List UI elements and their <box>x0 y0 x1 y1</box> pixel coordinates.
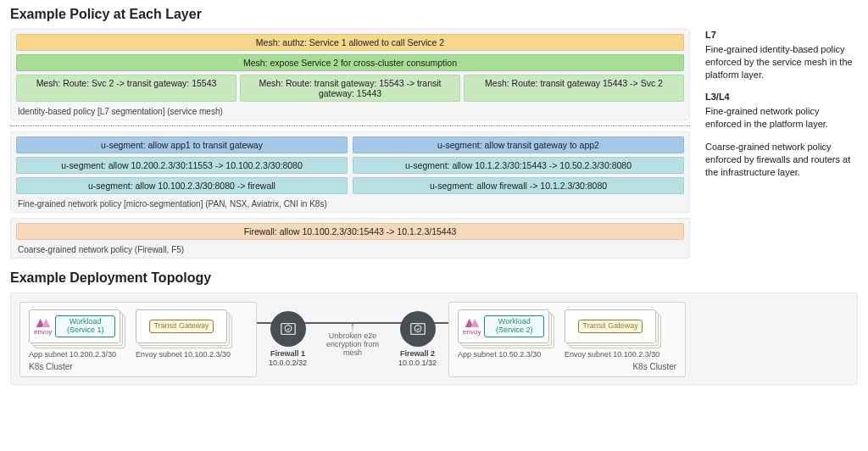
encryption-note: ↑ Unbroken e2e encryption from mesh <box>319 322 387 357</box>
cluster-right-label: K8s Cluster <box>458 362 676 371</box>
policy-mesh-routes: Mesh: Route: Svc 2 -> transit gateway: 1… <box>16 75 684 105</box>
topology-panel: envoy Workload (Service 1) App subnet 10… <box>10 292 858 385</box>
panel-firewall: Firewall: allow 10.100.2.3/30:15443 -> 1… <box>10 218 690 259</box>
firewall-icon <box>400 311 436 347</box>
side-l34-title: L3/L4 <box>705 91 858 103</box>
panel-mesh-caption: Identity-based policy [L7 segmentation] … <box>16 105 684 116</box>
divider-l7-l34 <box>10 125 690 126</box>
heading-policy: Example Policy at Each Layer <box>10 7 858 22</box>
sidebar: L7 Fine-grained identity-based policy en… <box>705 29 858 259</box>
workload-2-label: Workload (Service 2) <box>484 315 544 337</box>
cluster-left-label: K8s Cluster <box>29 362 248 371</box>
panel-useg: u-segment: allow app1 to transit gateway… <box>10 131 690 213</box>
card-transit-gateway-2: Transit Gateway <box>565 309 663 348</box>
firewall-2-name: Firewall 2 <box>400 349 435 359</box>
policy-mesh-route3: Mesh: Route: transit gateway 15443 -> Sv… <box>464 75 684 102</box>
svg-marker-1 <box>42 319 50 327</box>
panel-mesh: Mesh: authz: Service 1 allowed to call S… <box>10 29 690 120</box>
policy-useg-1a: u-segment: allow app1 to transit gateway <box>16 136 348 153</box>
arrow-up-icon: ↑ <box>350 322 356 331</box>
transit-gateway-1-label: Transit Gateway <box>149 320 213 333</box>
firewall-1-name: Firewall 1 <box>270 349 305 359</box>
side-l7-body: Fine-grained identity-based policy enfor… <box>705 43 858 81</box>
cluster-right: envoy Workload (Service 2) App subnet 10… <box>448 302 686 377</box>
policy-firewall-rule: Firewall: allow 10.100.2.3/30:15443 -> 1… <box>16 223 684 240</box>
card-workload-1: envoy Workload (Service 1) <box>29 309 127 348</box>
policy-mesh-route2: Mesh: Route: transit gateway: 15543 -> t… <box>240 75 460 102</box>
app-subnet-1: App subnet 10.200.2.3/30 <box>29 350 127 359</box>
cluster-left: envoy Workload (Service 1) App subnet 10… <box>19 302 257 377</box>
side-coarse-body: Coarse-grained network policy enforced b… <box>705 141 858 179</box>
policy-useg-1b: u-segment: allow transit gateway to app2 <box>353 136 684 153</box>
firewall-icon <box>270 311 306 347</box>
policy-useg-2b: u-segment: allow 10.1.2.3/30:15443 -> 10… <box>353 157 684 174</box>
heading-topology: Example Deployment Topology <box>10 270 858 286</box>
side-l34-body: Fine-grained network policy enforced in … <box>705 105 858 131</box>
side-l7-title: L7 <box>705 29 858 42</box>
panel-useg-caption: Fine-grained network policy [micro-segme… <box>16 198 684 209</box>
firewall-1: Firewall 1 10.0.0.2/32 <box>269 311 307 368</box>
envoy-icon: envoy <box>463 317 481 336</box>
policy-mesh-expose: Mesh: expose Service 2 for cross-cluster… <box>16 54 684 71</box>
svg-marker-5 <box>470 319 479 327</box>
policy-useg-3a: u-segment: allow 10.100.2.3/30:8080 -> f… <box>16 177 348 194</box>
envoy-subnet-2: Envoy subnet 10.100.2.3/30 <box>565 350 663 359</box>
card-transit-gateway-1: Transit Gateway <box>136 309 234 348</box>
policy-useg-2a: u-segment: allow 10.200.2.3/30:11553 -> … <box>16 157 348 174</box>
firewall-2: Firewall 2 10.0.0.1/32 <box>398 311 437 368</box>
policy-mesh-authz: Mesh: authz: Service 1 allowed to call S… <box>16 34 684 51</box>
transit-gateway-2-label: Transit Gateway <box>578 320 642 333</box>
policy-useg-3b: u-segment: allow firewall -> 10.1.2.3/30… <box>353 177 684 194</box>
envoy-icon: envoy <box>34 317 52 336</box>
firewall-1-ip: 10.0.0.2/32 <box>269 359 307 368</box>
card-workload-2: envoy Workload (Service 2) <box>458 309 556 348</box>
panel-firewall-caption: Coarse-grained network policy (Firewall,… <box>16 243 684 254</box>
workload-1-label: Workload (Service 1) <box>55 315 115 337</box>
app-subnet-2: App subnet 10.50.2.3/30 <box>458 350 556 359</box>
firewall-2-ip: 10.0.0.1/32 <box>398 359 437 368</box>
envoy-subnet-1: Envoy subnet 10.100.2.3/30 <box>136 350 234 359</box>
policy-mesh-route1: Mesh: Route: Svc 2 -> transit gateway: 1… <box>16 75 236 102</box>
